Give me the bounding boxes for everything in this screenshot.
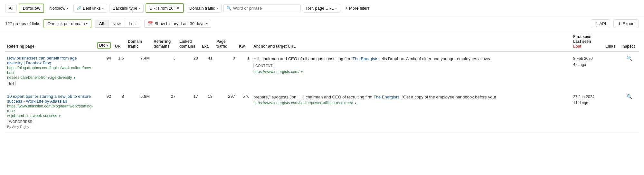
inspect-search-icon[interactable]: 🔍 xyxy=(627,56,632,61)
link-icon: 🔗 xyxy=(77,6,81,10)
first-seen-date: 8 Feb 2020 xyxy=(573,56,601,62)
chevron-down-icon: ▾ xyxy=(206,22,208,25)
links-cell xyxy=(603,51,620,90)
chevron-down-icon: ▾ xyxy=(59,114,61,118)
author-label: By Amy Rigby xyxy=(7,125,93,129)
tab-new[interactable]: New xyxy=(108,20,125,27)
api-btn[interactable]: {} API xyxy=(591,19,610,28)
referring-page-cell: 10 expert tips for starting a new job to… xyxy=(5,90,95,133)
anchor-text: Hill, chairman and CEO of oil and gas co… xyxy=(253,56,569,62)
kw-cell: 1 xyxy=(237,51,251,90)
anchor-target-cell: Hill, chairman and CEO of oil and gas co… xyxy=(251,51,571,90)
chevron-down-icon: ▾ xyxy=(74,76,75,79)
anchor-target-cell: prepare," suggests Jon Hill, chairman an… xyxy=(251,90,571,133)
th-page-traffic[interactable]: Page traffic xyxy=(214,31,237,51)
kw-cell: 576 xyxy=(237,90,251,133)
backlinks-table: Referring page DR ▼ UR Domain traffic xyxy=(5,31,639,133)
braces-icon: {} xyxy=(595,22,598,26)
th-anchor-target: Anchor and target URL xyxy=(251,31,571,51)
search-input[interactable] xyxy=(233,6,298,11)
table-row: 10 expert tips for starting a new job to… xyxy=(5,90,639,133)
target-url-link[interactable]: https://www.energists.com/sector/power-u… xyxy=(253,101,353,105)
linked-domains-cell: 17 xyxy=(177,90,200,133)
chevron-down-icon: ▾ xyxy=(86,22,88,25)
dates-cell: 27 Jun 2024 11 d ago xyxy=(571,90,603,133)
chevron-down-icon: ▾ xyxy=(138,6,140,10)
tab-lost[interactable]: Lost xyxy=(125,20,141,27)
cms-badge: WORDPRESS xyxy=(7,119,34,124)
dates-cell: 8 Feb 2020 4 d ago xyxy=(571,51,603,90)
export-btn[interactable]: ⬆ Export xyxy=(613,19,639,28)
last-seen-date: 11 d ago xyxy=(573,100,601,106)
th-links: Links xyxy=(603,31,620,51)
page-traffic-cell: 0 xyxy=(214,51,237,90)
page-title-link[interactable]: 10 expert tips for starting a new job to… xyxy=(7,94,91,104)
referring-domains-cell: 3 xyxy=(152,51,177,90)
sort-box: DR ▼ xyxy=(97,42,111,49)
one-link-per-domain-btn[interactable]: One link per domain ▾ xyxy=(43,19,91,28)
close-icon[interactable]: ✕ xyxy=(176,5,180,11)
tab-all[interactable]: All xyxy=(95,20,108,27)
ref-page-url-filter-btn[interactable]: Ref. page URL ▾ xyxy=(303,4,340,13)
table-header-row: Referring page DR ▼ UR Domain traffic xyxy=(5,31,639,51)
search-icon: 🔍 xyxy=(226,6,232,11)
anchor-link[interactable]: The Energists xyxy=(353,56,378,61)
ur-cell: 8 xyxy=(113,90,126,133)
th-inspect: Inspect xyxy=(620,31,639,51)
page-url-link[interactable]: https://blog.dropbox.com/topics/work-cul… xyxy=(7,66,92,80)
inspect-search-icon[interactable]: 🔍 xyxy=(627,94,632,99)
filter-bar: All Dofollow Nofollow ▾ 🔗 Best links ▾ B… xyxy=(0,0,644,16)
th-kw[interactable]: Kw. xyxy=(237,31,251,51)
last-seen-date: 4 d ago xyxy=(573,62,601,68)
content-badge: CONTENT xyxy=(253,63,274,68)
ur-cell: 1.6 xyxy=(113,51,126,90)
referring-page-cell: How businesses can benefit from age dive… xyxy=(5,51,95,90)
page-traffic-cell: 297 xyxy=(214,90,237,133)
domain-traffic-cell: 7.4M xyxy=(126,51,152,90)
nofollow-filter-btn[interactable]: Nofollow ▾ xyxy=(46,4,71,12)
chevron-down-icon: ▾ xyxy=(102,6,104,10)
backlink-type-filter-btn[interactable]: Backlink type ▾ xyxy=(109,4,144,13)
first-seen-date: 27 Jun 2024 xyxy=(573,94,601,100)
th-ur[interactable]: UR xyxy=(113,31,126,51)
referring-domains-cell: 27 xyxy=(152,90,177,133)
target-url: https://www.energists.com/ ▾ xyxy=(253,69,569,74)
dr-filter-btn[interactable]: DR: From 20 ✕ xyxy=(146,3,184,13)
target-url: https://www.energists.com/sector/power-u… xyxy=(253,100,569,105)
page-title-link[interactable]: How businesses can benefit from age dive… xyxy=(7,56,77,65)
groups-bar: 127 groups of links One link per domain … xyxy=(0,16,644,31)
dr-cell: 94 xyxy=(95,51,113,90)
chevron-down-icon: ▾ xyxy=(335,6,337,10)
all-filter-btn[interactable]: All xyxy=(5,4,17,13)
anchor-link[interactable]: The Energists xyxy=(374,95,399,99)
th-referring-domains[interactable]: Referring domains xyxy=(152,31,177,51)
th-domain-traffic[interactable]: Domain traffic xyxy=(126,31,152,51)
page-url-link[interactable]: https://www.atlassian.com/blog/teamwork/… xyxy=(7,104,93,118)
search-box: 🔍 xyxy=(223,4,301,12)
th-linked-domains[interactable]: Linked domains xyxy=(177,31,200,51)
dofollow-filter-btn[interactable]: Dofollow xyxy=(19,4,44,13)
show-history-btn[interactable]: 📅 Show history: Last 30 days ▾ xyxy=(144,20,211,28)
dr-cell: 92 xyxy=(95,90,113,133)
links-cell xyxy=(603,90,620,133)
table-row: How businesses can benefit from age dive… xyxy=(5,51,639,90)
ext-cell: 18 xyxy=(200,90,214,133)
all-new-lost-tabs: All New Lost xyxy=(95,20,141,28)
best-links-filter-btn[interactable]: 🔗 Best links ▾ xyxy=(73,4,107,13)
domain-traffic-cell: 5.8M xyxy=(126,90,152,133)
domain-traffic-filter-btn[interactable]: Domain traffic ▾ xyxy=(186,4,222,13)
ext-cell: 41 xyxy=(200,51,214,90)
linked-domains-cell: 28 xyxy=(177,51,200,90)
inspect-cell: 🔍 xyxy=(620,51,639,90)
export-icon: ⬆ xyxy=(618,22,621,26)
th-dr[interactable]: DR ▼ xyxy=(95,31,113,51)
th-first-last-seen: First seen Last seen Lost xyxy=(571,31,603,51)
lang-badge: EN xyxy=(7,81,16,86)
more-filters-btn[interactable]: + More filters xyxy=(342,4,373,12)
target-url-link[interactable]: https://www.energists.com/ xyxy=(253,69,299,74)
th-ext[interactable]: Ext. xyxy=(200,31,214,51)
th-referring-page: Referring page xyxy=(5,31,95,51)
sort-arrow-icon: ▼ xyxy=(106,44,109,47)
inspect-cell: 🔍 xyxy=(620,90,639,133)
groups-count: 127 groups of links xyxy=(5,21,40,26)
